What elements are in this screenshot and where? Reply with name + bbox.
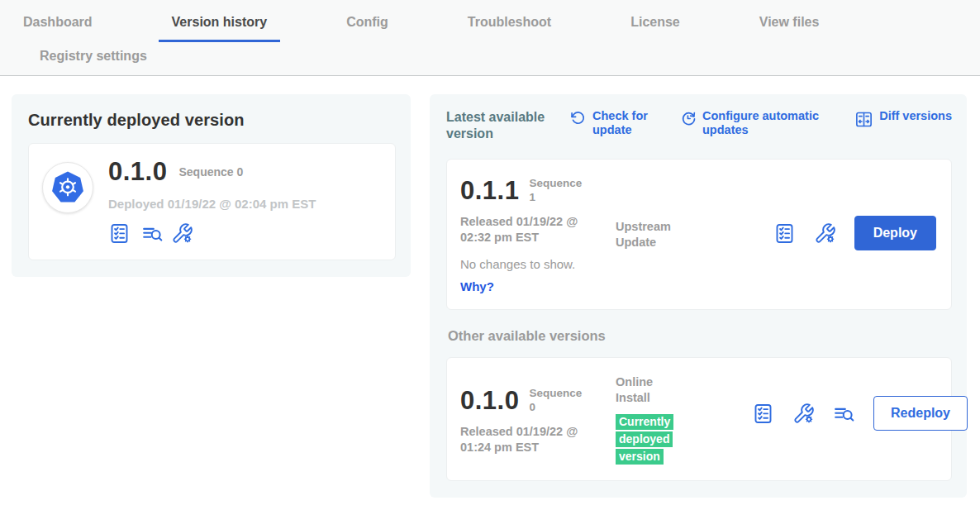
latest-version-row: 0.1.1 Sequence 1 Released 01/19/22 @ 02:… [446, 159, 952, 310]
diff-versions-link[interactable]: Diff versions [854, 109, 952, 129]
edit-config-icon[interactable] [792, 403, 815, 425]
tab-dashboard[interactable]: Dashboard [10, 10, 106, 42]
tab-view-files[interactable]: View files [746, 10, 833, 42]
view-logs-icon[interactable] [141, 222, 164, 245]
currently-deployed-badge-wrap: Currently deployed version [616, 413, 687, 465]
latest-available-panel: Latest available version Check for updat… [430, 94, 967, 498]
tab-license[interactable]: License [617, 10, 693, 42]
schedule-update-icon [680, 110, 697, 126]
other-version-source: Online Install Currently deployed versio… [616, 374, 752, 466]
edit-config-icon[interactable] [814, 222, 836, 245]
deploy-button[interactable]: Deploy [854, 216, 936, 250]
other-version-info: 0.1.0 Sequence 0 Released 01/19/22 @ 01:… [460, 374, 616, 466]
latest-version-actions: Deploy [752, 176, 936, 294]
deployed-version-number: 0.1.0 [108, 157, 167, 187]
configure-automatic-updates-label: Configure automatic updates [702, 109, 820, 137]
preflight-checks-icon[interactable] [752, 403, 774, 425]
latest-available-title: Latest available version [446, 109, 570, 142]
top-navigation: Dashboard Version history Config Trouble… [0, 0, 980, 76]
app-logo [42, 162, 93, 213]
redeploy-button[interactable]: Redeploy [873, 396, 968, 431]
check-for-update-link[interactable]: Check for update [570, 109, 655, 137]
view-logs-icon[interactable] [833, 403, 855, 425]
tab-registry-settings[interactable]: Registry settings [26, 44, 160, 75]
main-content: Currently deployed version 0.1.0 Sequenc… [0, 76, 980, 498]
tab-troubleshoot[interactable]: Troubleshoot [454, 10, 564, 42]
latest-sequence-label: Sequence 1 [529, 177, 587, 205]
changes-note: No changes to show. [460, 257, 616, 271]
other-source-label: Online Install [616, 374, 690, 406]
deployed-version-details: 0.1.0 Sequence 0 Deployed 01/19/22 @ 02:… [108, 157, 316, 245]
configure-automatic-updates-link[interactable]: Configure automatic updates [680, 109, 820, 137]
currently-deployed-title: Currently deployed version [28, 111, 396, 130]
preflight-checks-icon[interactable] [108, 222, 131, 245]
tab-config[interactable]: Config [333, 10, 402, 42]
kubernetes-icon [49, 169, 87, 207]
refresh-ccw-icon [570, 110, 587, 126]
latest-version-number: 0.1.1 [460, 176, 519, 206]
nav-tab-row-1: Dashboard Version history Config Trouble… [10, 10, 980, 42]
latest-released-timestamp: Released 01/19/22 @ 02:32 pm EST [460, 214, 599, 245]
deployed-actions [108, 222, 316, 245]
currently-deployed-badge: Currently deployed version [616, 414, 673, 465]
other-released-timestamp: Released 01/19/22 @ 01:24 pm EST [460, 424, 599, 455]
preflight-checks-icon[interactable] [773, 222, 796, 245]
currently-deployed-panel: Currently deployed version 0.1.0 Sequenc… [12, 94, 411, 277]
nav-tab-row-2: Registry settings [10, 44, 980, 75]
tab-version-history[interactable]: Version history [159, 10, 281, 42]
diff-versions-label: Diff versions [879, 109, 952, 123]
other-version-number: 0.1.0 [460, 386, 519, 416]
deployed-sequence-label: Sequence 0 [178, 165, 243, 179]
latest-header: Latest available version Check for updat… [446, 109, 952, 142]
latest-source-label: Upstream Update [616, 219, 690, 250]
edit-config-icon[interactable] [171, 222, 193, 245]
check-for-update-label: Check for update [592, 109, 655, 137]
deployed-version-card: 0.1.0 Sequence 0 Deployed 01/19/22 @ 02:… [28, 143, 396, 260]
latest-version-source: Upstream Update [616, 176, 752, 294]
latest-version-info: 0.1.1 Sequence 1 Released 01/19/22 @ 02:… [460, 176, 616, 294]
other-sequence-label: Sequence 0 [529, 387, 587, 415]
diff-columns-icon [854, 110, 873, 129]
deployed-timestamp: Deployed 01/19/22 @ 02:04 pm EST [108, 197, 316, 211]
latest-header-actions: Check for update Configure automatic upd… [570, 109, 952, 137]
other-version-actions: Redeploy [752, 374, 968, 466]
other-version-row: 0.1.0 Sequence 0 Released 01/19/22 @ 01:… [446, 357, 952, 482]
other-available-versions-title: Other available versions [448, 328, 952, 344]
why-link[interactable]: Why? [460, 279, 494, 293]
